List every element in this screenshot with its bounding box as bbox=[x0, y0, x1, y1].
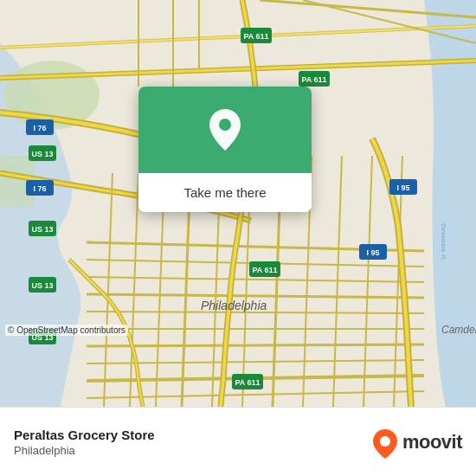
svg-point-61 bbox=[380, 436, 390, 447]
popup-card: Take me there bbox=[138, 87, 312, 212]
store-name: Peraltas Grocery Store bbox=[14, 428, 155, 442]
svg-text:Camden: Camden bbox=[441, 324, 476, 336]
moovit-logo: moovit bbox=[371, 428, 462, 456]
svg-text:I 95: I 95 bbox=[396, 183, 409, 192]
svg-text:US 13: US 13 bbox=[31, 225, 53, 234]
svg-text:PA 611: PA 611 bbox=[252, 266, 277, 274]
take-me-there-button[interactable]: Take me there bbox=[138, 173, 312, 212]
svg-line-14 bbox=[87, 344, 424, 346]
svg-text:US 13: US 13 bbox=[31, 281, 53, 290]
svg-text:PA 611: PA 611 bbox=[301, 75, 326, 84]
svg-text:Delaware R.: Delaware R. bbox=[440, 223, 447, 261]
map-attribution: © OpenStreetMap contributors bbox=[5, 325, 128, 336]
map-container: Delaware R. bbox=[0, 0, 476, 407]
svg-text:PA 611: PA 611 bbox=[235, 378, 260, 387]
bottom-bar: Peraltas Grocery Store Philadelphia moov… bbox=[0, 407, 476, 476]
moovit-text: moovit bbox=[402, 431, 462, 453]
svg-text:I 76: I 76 bbox=[33, 184, 46, 193]
store-city: Philadelphia bbox=[14, 444, 155, 457]
svg-text:I 95: I 95 bbox=[366, 248, 379, 257]
popup-green-area bbox=[138, 87, 312, 173]
svg-text:US 13: US 13 bbox=[31, 150, 53, 158]
location-pin-icon bbox=[206, 107, 244, 152]
svg-text:PA 611: PA 611 bbox=[243, 32, 268, 41]
svg-text:I 76: I 76 bbox=[33, 124, 46, 132]
svg-text:Philadelphia: Philadelphia bbox=[201, 299, 267, 312]
svg-point-60 bbox=[219, 119, 231, 131]
moovit-pin-icon bbox=[371, 428, 399, 460]
